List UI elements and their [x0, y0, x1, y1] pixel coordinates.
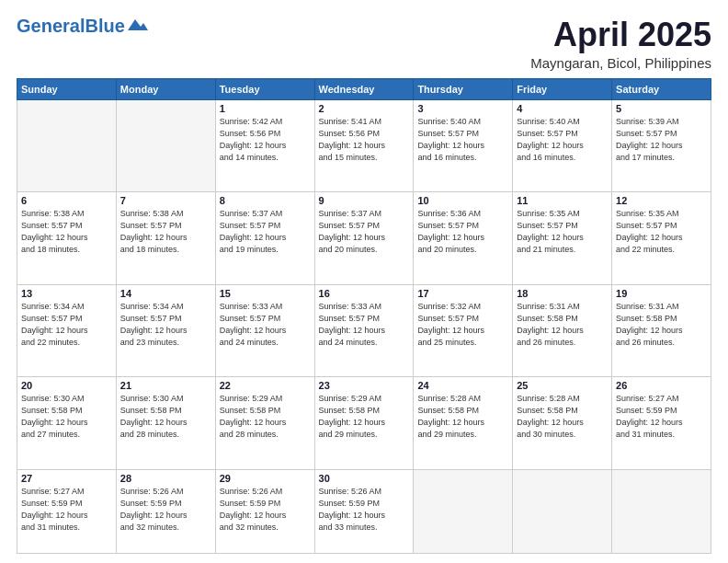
day-cell: 18Sunrise: 5:31 AMSunset: 5:58 PMDayligh…	[513, 284, 612, 377]
logo-icon	[128, 17, 148, 32]
day-number: 8	[220, 195, 311, 206]
cell-line: and 32 minutes.	[220, 522, 311, 534]
cell-line: Daylight: 12 hours	[220, 232, 311, 244]
cell-line: Daylight: 12 hours	[21, 510, 112, 522]
cell-line: Sunset: 5:57 PM	[120, 313, 211, 325]
cell-line: and 33 minutes.	[319, 522, 410, 534]
day-number: 7	[120, 195, 211, 206]
day-cell: 3Sunrise: 5:40 AMSunset: 5:57 PMDaylight…	[414, 99, 513, 192]
day-number: 18	[517, 288, 608, 299]
logo-general: General	[17, 16, 85, 36]
cell-line: and 19 minutes.	[220, 244, 311, 256]
cell-line: Sunset: 5:57 PM	[417, 313, 508, 325]
day-cell: 14Sunrise: 5:34 AMSunset: 5:57 PMDayligh…	[116, 284, 215, 377]
cell-line: and 25 minutes.	[417, 337, 508, 349]
cell-line: and 24 minutes.	[319, 337, 410, 349]
cell-line: Sunset: 5:58 PM	[517, 313, 608, 325]
cell-line: Daylight: 12 hours	[220, 325, 311, 337]
day-number: 24	[417, 380, 508, 391]
day-cell	[116, 99, 215, 192]
day-cell: 19Sunrise: 5:31 AMSunset: 5:58 PMDayligh…	[612, 284, 711, 377]
cell-line: and 21 minutes.	[517, 244, 608, 256]
day-number: 5	[616, 103, 707, 114]
cell-line: Sunset: 5:56 PM	[220, 128, 311, 140]
cell-line: Daylight: 12 hours	[517, 140, 608, 152]
cell-line: Sunrise: 5:29 AM	[220, 393, 311, 405]
cell-line: and 14 minutes.	[220, 152, 311, 164]
cell-line: Daylight: 12 hours	[517, 232, 608, 244]
cell-line: Sunset: 5:57 PM	[616, 220, 707, 232]
cell-line: and 17 minutes.	[616, 152, 707, 164]
day-cell: 30Sunrise: 5:26 AMSunset: 5:59 PMDayligh…	[314, 469, 414, 553]
cell-line: Sunrise: 5:27 AM	[616, 393, 707, 405]
column-header-sunday: Sunday	[17, 78, 117, 99]
day-cell: 6Sunrise: 5:38 AMSunset: 5:57 PMDaylight…	[17, 192, 117, 285]
cell-line: Sunset: 5:57 PM	[517, 128, 608, 140]
cell-line: and 23 minutes.	[120, 337, 211, 349]
cell-line: Sunrise: 5:27 AM	[21, 486, 112, 498]
cell-line: Sunrise: 5:33 AM	[220, 301, 311, 313]
cell-line: Daylight: 12 hours	[616, 140, 707, 152]
cell-line: Daylight: 12 hours	[319, 510, 410, 522]
day-number: 29	[220, 473, 311, 484]
day-number: 4	[517, 103, 608, 114]
day-cell: 20Sunrise: 5:30 AMSunset: 5:58 PMDayligh…	[17, 377, 117, 470]
cell-line: Sunset: 5:56 PM	[319, 128, 410, 140]
cell-line: Sunrise: 5:35 AM	[616, 208, 707, 220]
day-cell: 4Sunrise: 5:40 AMSunset: 5:57 PMDaylight…	[513, 99, 612, 192]
column-header-friday: Friday	[513, 78, 612, 99]
cell-line: and 31 minutes.	[616, 429, 707, 441]
cell-line: Daylight: 12 hours	[616, 325, 707, 337]
cell-line: Daylight: 12 hours	[21, 417, 112, 429]
cell-line: Daylight: 12 hours	[319, 232, 410, 244]
cell-line: Sunset: 5:58 PM	[21, 405, 112, 417]
svg-marker-0	[128, 19, 148, 30]
cell-line: Sunset: 5:57 PM	[417, 220, 508, 232]
cell-line: Sunset: 5:58 PM	[517, 405, 608, 417]
day-cell: 13Sunrise: 5:34 AMSunset: 5:57 PMDayligh…	[17, 284, 117, 377]
cell-line: Sunrise: 5:38 AM	[21, 208, 112, 220]
cell-line: Sunset: 5:57 PM	[220, 313, 311, 325]
cell-line: Sunrise: 5:37 AM	[220, 208, 311, 220]
day-cell: 7Sunrise: 5:38 AMSunset: 5:57 PMDaylight…	[116, 192, 215, 285]
cell-line: and 22 minutes.	[21, 337, 112, 349]
cell-line: Daylight: 12 hours	[319, 325, 410, 337]
week-row-2: 6Sunrise: 5:38 AMSunset: 5:57 PMDaylight…	[17, 192, 711, 285]
cell-line: Daylight: 12 hours	[120, 325, 211, 337]
day-number: 17	[417, 288, 508, 299]
cell-line: Sunset: 5:59 PM	[120, 498, 211, 510]
cell-line: Sunset: 5:57 PM	[616, 128, 707, 140]
day-number: 12	[616, 195, 707, 206]
day-number: 27	[21, 473, 112, 484]
day-cell: 15Sunrise: 5:33 AMSunset: 5:57 PMDayligh…	[215, 284, 314, 377]
cell-line: Daylight: 12 hours	[417, 232, 508, 244]
calendar-body: 1Sunrise: 5:42 AMSunset: 5:56 PMDaylight…	[17, 99, 711, 553]
day-cell	[513, 469, 612, 553]
cell-line: Sunset: 5:57 PM	[21, 313, 112, 325]
day-number: 19	[616, 288, 707, 299]
cell-line: and 28 minutes.	[120, 429, 211, 441]
day-number: 3	[417, 103, 508, 114]
cell-line: Sunrise: 5:41 AM	[319, 116, 410, 128]
cell-line: Sunset: 5:57 PM	[120, 220, 211, 232]
title-block: April 2025 Mayngaran, Bicol, Philippines	[530, 17, 711, 71]
cell-line: and 28 minutes.	[220, 429, 311, 441]
day-number: 26	[616, 380, 707, 391]
cell-line: and 30 minutes.	[517, 429, 608, 441]
cell-line: and 20 minutes.	[417, 244, 508, 256]
day-number: 2	[319, 103, 410, 114]
cell-line: Sunrise: 5:26 AM	[120, 486, 211, 498]
cell-line: Daylight: 12 hours	[220, 417, 311, 429]
cell-line: Daylight: 12 hours	[120, 417, 211, 429]
cell-line: Daylight: 12 hours	[319, 417, 410, 429]
cell-line: Sunrise: 5:28 AM	[517, 393, 608, 405]
cell-line: Daylight: 12 hours	[517, 325, 608, 337]
day-cell: 8Sunrise: 5:37 AMSunset: 5:57 PMDaylight…	[215, 192, 314, 285]
day-cell	[414, 469, 513, 553]
header: GeneralBlue April 2025 Mayngaran, Bicol,…	[17, 17, 711, 71]
day-number: 10	[417, 195, 508, 206]
day-cell	[17, 99, 117, 192]
column-header-wednesday: Wednesday	[314, 78, 414, 99]
day-number: 22	[220, 380, 311, 391]
main-title: April 2025	[530, 17, 711, 53]
